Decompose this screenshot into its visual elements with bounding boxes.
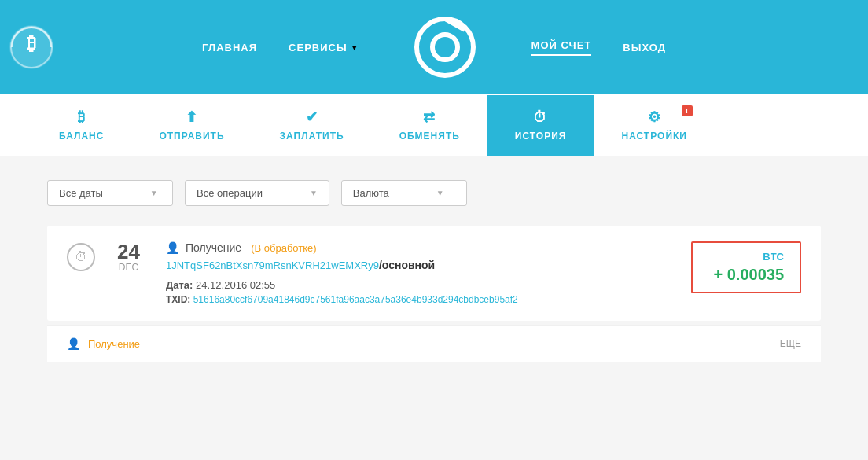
tx-txid-row: TXID: 51616a80ccf6709a41846d9c7561fa96aa… bbox=[166, 294, 675, 305]
services-arrow-icon: ▼ bbox=[351, 43, 359, 52]
tx-address: 1JNTqSF62nBtXsn79mRsnKVRH21wEMXRy9/основ… bbox=[166, 259, 675, 271]
header: ₿ ГЛАВНАЯ СЕРВИСЫ ▼ МОЙ СЧЕТ ВЫХОД bbox=[0, 0, 868, 94]
tab-settings-label: НАСТРОЙКИ bbox=[621, 131, 686, 142]
main-content: Все даты ▼ Все операции ▼ Валюта ▼ ⏱ 24 … bbox=[0, 156, 868, 385]
transaction-row-2: 👤 Получение ЕЩЕ bbox=[47, 325, 821, 362]
currency-filter-arrow-icon: ▼ bbox=[436, 189, 444, 197]
tab-exchange-label: ОБМЕНЯТЬ bbox=[399, 131, 460, 142]
tabs-row: ₿ БАЛАНС ⬆ ОТПРАВИТЬ ✔ ЗАПЛАТИТЬ ⇄ ОБМЕН… bbox=[31, 94, 837, 156]
amount-value: + 0.00035 bbox=[708, 266, 784, 284]
txid-value: 51616a80ccf6709a41846d9c7561fa96aac3a75a… bbox=[193, 294, 518, 305]
operation-filter-arrow-icon: ▼ bbox=[310, 189, 318, 197]
operation-filter[interactable]: Все операции ▼ bbox=[185, 180, 329, 206]
exchange-icon: ⇄ bbox=[423, 109, 436, 126]
svg-text:₿: ₿ bbox=[27, 32, 36, 53]
tab-history-label: ИСТОРИЯ bbox=[515, 131, 567, 142]
tx-type-icon: 👤 bbox=[166, 241, 179, 254]
tab-balance-label: БАЛАНС bbox=[59, 131, 104, 142]
amount-currency: BTC bbox=[708, 251, 784, 263]
tx-body: 👤 Получение (В обработке) 1JNTqSF62nBtXs… bbox=[166, 241, 675, 305]
history-icon: ⏱ bbox=[533, 109, 548, 126]
tab-send-label: ОТПРАВИТЬ bbox=[159, 131, 224, 142]
tx-date-value: 24.12.2016 02:55 bbox=[196, 279, 275, 291]
tab-send[interactable]: ⬆ ОТПРАВИТЬ bbox=[131, 94, 252, 156]
bitcoin-icon: ₿ bbox=[0, 0, 63, 94]
nav-services[interactable]: СЕРВИСЫ bbox=[289, 42, 348, 53]
tx2-trailing-label: ЕЩЕ bbox=[780, 338, 801, 349]
nav-my-account[interactable]: МОЙ СЧЕТ bbox=[531, 39, 592, 56]
tab-settings[interactable]: ⚙ НАСТРОЙКИ ! bbox=[594, 94, 714, 156]
tx-clock-icon: ⏱ bbox=[67, 243, 95, 271]
nav-services-wrapper: СЕРВИСЫ ▼ bbox=[289, 42, 358, 53]
txid-label: TXID: bbox=[166, 294, 190, 305]
svg-point-4 bbox=[432, 35, 458, 60]
date-filter-label: Все даты bbox=[59, 187, 103, 199]
amount-box: BTC + 0.00035 bbox=[691, 241, 801, 293]
tab-pay[interactable]: ✔ ЗАПЛАТИТЬ bbox=[252, 94, 372, 156]
pay-icon: ✔ bbox=[306, 109, 318, 126]
settings-badge: ! bbox=[682, 105, 693, 116]
tx-status: (В обработке) bbox=[251, 242, 316, 254]
tab-exchange[interactable]: ⇄ ОБМЕНЯТЬ bbox=[372, 94, 487, 156]
settings-icon: ⚙ bbox=[648, 109, 661, 126]
currency-filter-label: Валюта bbox=[353, 187, 389, 199]
tx-date-label: Дата: bbox=[166, 279, 193, 291]
main-nav: ГЛАВНАЯ СЕРВИСЫ ▼ МОЙ СЧЕТ ВЫХОД bbox=[202, 16, 666, 79]
operation-filter-label: Все операции bbox=[197, 187, 263, 199]
tab-history[interactable]: ⏱ ИСТОРИЯ bbox=[487, 95, 594, 156]
tx-type-label: Получение bbox=[186, 241, 241, 254]
tab-balance[interactable]: ₿ БАЛАНС bbox=[31, 95, 131, 156]
tx-date-row: Дата: 24.12.2016 02:55 bbox=[166, 279, 675, 291]
tabs-section: ₿ БАЛАНС ⬆ ОТПРАВИТЬ ✔ ЗАПЛАТИТЬ ⇄ ОБМЕН… bbox=[0, 94, 868, 156]
date-filter[interactable]: Все даты ▼ bbox=[47, 180, 173, 206]
nav-logout[interactable]: ВЫХОД bbox=[623, 42, 666, 53]
tab-pay-label: ЗАПЛАТИТЬ bbox=[280, 131, 344, 142]
tx-left-section: ⏱ 24 DEC bbox=[67, 241, 150, 273]
tx-day: 24 bbox=[117, 241, 140, 262]
tx-title-row: 👤 Получение (В обработке) bbox=[166, 241, 675, 254]
tx-date: 24 DEC bbox=[107, 241, 150, 273]
transaction-row: ⏱ 24 DEC 👤 Получение (В обработке) 1JNTq… bbox=[47, 226, 821, 321]
filters-row: Все даты ▼ Все операции ▼ Валюта ▼ bbox=[47, 180, 821, 206]
tx-month: DEC bbox=[119, 262, 138, 273]
site-logo bbox=[414, 16, 476, 79]
tx2-type-label: Получение bbox=[88, 338, 140, 350]
tx2-type-icon: 👤 bbox=[67, 337, 80, 350]
tx-wallet-name: /основной bbox=[379, 259, 435, 271]
balance-icon: ₿ bbox=[78, 109, 86, 126]
date-filter-arrow-icon: ▼ bbox=[150, 189, 158, 197]
send-icon: ⬆ bbox=[186, 109, 198, 126]
tx-wallet-address[interactable]: 1JNTqSF62nBtXsn79mRsnKVRH21wEMXRy9 bbox=[166, 259, 379, 271]
currency-filter[interactable]: Валюта ▼ bbox=[341, 180, 467, 206]
nav-main[interactable]: ГЛАВНАЯ bbox=[202, 42, 257, 53]
